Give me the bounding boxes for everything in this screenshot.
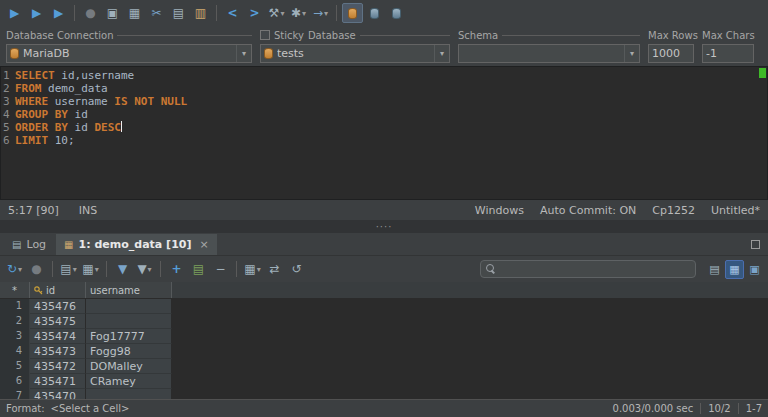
- record-macro-icon[interactable]: ●: [80, 3, 101, 23]
- db-autocomplete-toggle[interactable]: [342, 3, 363, 23]
- table-row: 6 435471 CRamey: [0, 374, 768, 389]
- cell-username[interactable]: [86, 299, 172, 314]
- max-rows-input[interactable]: [648, 44, 694, 63]
- editor-line: 1 SELECT id,username: [1, 69, 767, 82]
- tools-menu-button[interactable]: ⚒ ▾: [266, 3, 287, 23]
- log-icon: ▤: [12, 239, 21, 250]
- transpose-icon[interactable]: ⇄: [264, 259, 285, 279]
- row-number[interactable]: 5: [0, 359, 30, 374]
- form-view-icon[interactable]: ▣: [745, 260, 764, 279]
- database-icon: [370, 8, 379, 19]
- tab-result-demo-data[interactable]: ▦ 1: demo_data [10] ×: [56, 234, 217, 255]
- sql-text: id,username: [55, 69, 134, 82]
- cell-id[interactable]: 435471: [30, 374, 86, 389]
- chevron-down-icon: ▾: [95, 265, 99, 274]
- cell-id[interactable]: 435472: [30, 359, 86, 374]
- cell-id[interactable]: 435476: [30, 299, 86, 314]
- list-view-icon[interactable]: ▤: [705, 260, 724, 279]
- column-header-id[interactable]: id: [30, 282, 86, 298]
- row-number[interactable]: 1: [0, 299, 30, 314]
- cell-username[interactable]: CRamey: [86, 374, 172, 389]
- insert-row-icon[interactable]: +: [166, 259, 187, 279]
- line-number: 1: [1, 69, 15, 82]
- row-column-count: 10/2: [708, 403, 730, 414]
- row-number[interactable]: 3: [0, 329, 30, 344]
- splitter-grip-icon: ····: [376, 221, 393, 232]
- back-icon[interactable]: <: [222, 3, 243, 23]
- quick-filter-box: [480, 260, 696, 278]
- max-chars-input[interactable]: [702, 44, 754, 63]
- refresh-button[interactable]: ↻ ▾: [4, 259, 25, 279]
- editor-line: 6 LIMIT 10;: [1, 134, 767, 147]
- run-icon[interactable]: ▶: [4, 3, 25, 23]
- row-filler: [172, 329, 768, 344]
- view-options-button[interactable]: ▦ ▾: [80, 259, 101, 279]
- run-selected-icon[interactable]: ▶: [26, 3, 47, 23]
- goto-menu-button[interactable]: → ▾: [310, 3, 331, 23]
- cell-username[interactable]: [86, 314, 172, 329]
- copy-icon[interactable]: ▤: [168, 3, 189, 23]
- delete-row-icon[interactable]: −: [210, 259, 231, 279]
- column-label: username: [90, 285, 140, 296]
- save-all-icon[interactable]: ▦: [124, 3, 145, 23]
- sticky-checkbox[interactable]: [260, 30, 270, 40]
- cell-id[interactable]: 435474: [30, 329, 86, 344]
- export-data-button[interactable]: ▤ ▾: [58, 259, 79, 279]
- maximize-pane-button[interactable]: [751, 240, 760, 249]
- cell-id[interactable]: 435473: [30, 344, 86, 359]
- column-header-rownum[interactable]: *: [0, 282, 30, 298]
- cell-id[interactable]: 435470: [30, 389, 86, 399]
- run-current-icon[interactable]: ▶: [48, 3, 69, 23]
- result-tab-bar: ▤ Log ▦ 1: demo_data [10] ×: [0, 233, 768, 256]
- group-rule: [117, 35, 252, 36]
- tab-log[interactable]: ▤ Log: [4, 234, 54, 255]
- row-number[interactable]: 6: [0, 374, 30, 389]
- column-options-button[interactable]: ▦ ▾: [242, 259, 263, 279]
- cell-username[interactable]: Fogg98: [86, 344, 172, 359]
- db-tree-button[interactable]: [386, 3, 407, 23]
- result-grid-header: * id username: [0, 282, 768, 299]
- cell-username[interactable]: DOMalley: [86, 359, 172, 374]
- cell-username[interactable]: [86, 389, 172, 399]
- copy-row-icon[interactable]: ▤: [188, 259, 209, 279]
- cell-id[interactable]: 435475: [30, 314, 86, 329]
- row-number[interactable]: 7: [0, 389, 30, 399]
- sql-editor[interactable]: 1 SELECT id,username 2 FROM demo_data 3 …: [0, 66, 768, 200]
- group-rule: [502, 35, 640, 36]
- pane-splitter[interactable]: ····: [0, 220, 768, 233]
- wrench-icon: ⚒: [269, 6, 280, 20]
- save-icon[interactable]: ▣: [102, 3, 123, 23]
- primary-key-icon: [34, 286, 43, 295]
- refresh-icon: ↻: [7, 262, 17, 276]
- connection-select[interactable]: MariaDB ▾: [6, 44, 252, 63]
- search-input[interactable]: [501, 263, 690, 276]
- filter-icon[interactable]: ▼: [112, 259, 133, 279]
- document-name: Untitled*: [711, 204, 760, 217]
- chevron-down-icon: ▾: [434, 45, 449, 62]
- db-explorer-button[interactable]: [364, 3, 385, 23]
- database-select[interactable]: tests ▾: [260, 44, 450, 63]
- sql-keyword: IS NOT NULL: [114, 95, 187, 108]
- sql-text: demo_data: [42, 82, 108, 95]
- close-icon[interactable]: ×: [199, 238, 208, 251]
- cancel-retrieve-icon[interactable]: ●: [26, 259, 47, 279]
- column-header-username[interactable]: username: [86, 282, 172, 298]
- chevron-down-icon: ▾: [148, 265, 152, 274]
- clear-filter-button[interactable]: ▼ ▾: [134, 259, 155, 279]
- status-separator: [700, 403, 701, 414]
- paste-icon[interactable]: ▥: [190, 3, 211, 23]
- cut-icon[interactable]: ✂: [146, 3, 167, 23]
- main-toolbar: ▶ ▶ ▶ ● ▣ ▦ ✂ ▤ ▥ < > ⚒ ▾ ✱ ▾ → ▾: [0, 0, 768, 26]
- forward-icon[interactable]: >: [244, 3, 265, 23]
- undo-changes-icon[interactable]: ↺: [286, 259, 307, 279]
- row-number[interactable]: 4: [0, 344, 30, 359]
- line-number: 3: [1, 95, 15, 108]
- macro-menu-button[interactable]: ✱ ▾: [288, 3, 309, 23]
- grid-view-icon[interactable]: ▦: [725, 260, 744, 279]
- group-rule: [360, 35, 450, 36]
- row-number[interactable]: 2: [0, 314, 30, 329]
- cell-username[interactable]: Fog17777: [86, 329, 172, 344]
- format-value[interactable]: <Select a Cell>: [51, 403, 130, 414]
- schema-select[interactable]: ▾: [458, 44, 640, 63]
- toolbar-separator: [336, 5, 337, 21]
